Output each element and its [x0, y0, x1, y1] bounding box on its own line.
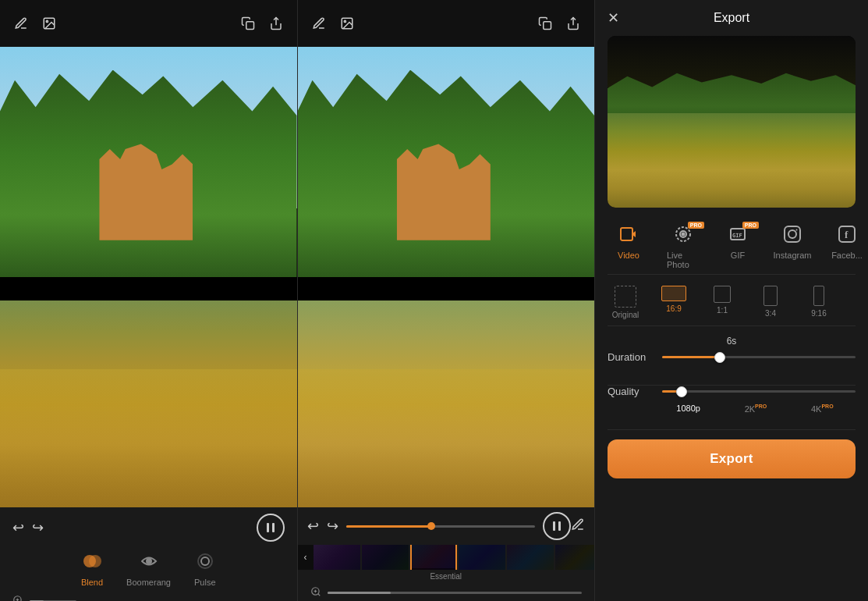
panel2-playback-controls: ↩ ↪ — [298, 507, 595, 545]
facebook-tab-icon: f — [838, 225, 856, 248]
close-button[interactable]: ✕ — [608, 9, 619, 27]
filmstrip-item-es10[interactable]: ES10 — [459, 545, 505, 570]
aspect-ratio-row: Original 16:9 1:1 3:4 9:16 — [595, 275, 868, 325]
sliders-section: 6s Duration — [595, 326, 868, 385]
svg-rect-20 — [558, 521, 561, 531]
pen-icon[interactable] — [12, 15, 30, 32]
panel1-image — [0, 47, 297, 507]
quality-slider-thumb[interactable] — [676, 386, 687, 397]
panel-2: ↩ ↪ ‹ ES07 ES0 — [298, 0, 596, 601]
svg-point-7 — [89, 555, 101, 567]
svg-point-34 — [796, 229, 798, 231]
blend-option-blend[interactable]: Blend — [81, 553, 103, 587]
panel2-pen-icon[interactable] — [310, 15, 328, 32]
quality-2k[interactable]: 2KPRO — [745, 404, 767, 414]
panel2-progress-bar[interactable] — [346, 525, 536, 528]
filmstrip-item-es07[interactable]: ES07 — [314, 545, 360, 570]
aspect-916[interactable]: 9:16 — [795, 283, 843, 322]
filmstrip-item-es08[interactable]: ES08 — [362, 545, 409, 570]
panel1-toolbar-left — [12, 15, 58, 32]
original-aspect-icon — [615, 286, 636, 308]
panel1-nav-icons: ↩ ↪ — [12, 519, 44, 536]
svg-point-33 — [788, 230, 796, 238]
panel2-image-icon[interactable] — [338, 15, 356, 32]
instagram-tab-icon — [783, 225, 802, 248]
panel2-edit-icon[interactable] — [571, 517, 585, 535]
panel2-bottom: ↩ ↪ ‹ ES07 ES0 — [298, 507, 595, 601]
format-tab-instagram[interactable]: Instagram — [765, 220, 820, 274]
image-icon[interactable] — [41, 15, 58, 32]
duration-value-display: 6s — [608, 336, 856, 347]
redo-icon[interactable]: ↪ — [32, 519, 44, 536]
svg-point-1 — [46, 20, 48, 22]
panel2-undo-icon[interactable]: ↩ — [307, 517, 319, 535]
filmstrip-prev-arrow[interactable]: ‹ — [298, 545, 314, 570]
quality-1080p[interactable]: 1080p — [676, 404, 700, 414]
svg-rect-19 — [553, 521, 555, 531]
export-button[interactable]: Export — [608, 439, 856, 478]
aspect-916-label: 9:16 — [811, 309, 826, 318]
zoom-icon[interactable] — [12, 595, 23, 601]
aspect-11[interactable]: 1:1 — [698, 283, 746, 322]
panel2-zoom-slider[interactable] — [328, 592, 583, 594]
blend-pulse-label: Pulse — [194, 578, 216, 587]
aspect-34-label: 3:4 — [765, 309, 776, 318]
filmstrip-item-es09[interactable]: ES09 — [410, 545, 457, 570]
filmstrip-item-es12[interactable]: ES1 — [555, 545, 595, 570]
panel2-copy-icon[interactable] — [537, 15, 554, 32]
duration-slider-row: Duration — [608, 351, 856, 363]
svg-rect-2 — [246, 22, 253, 30]
export-preview-thumbnail — [608, 36, 856, 208]
quality-slider-track[interactable] — [662, 390, 856, 393]
format-tab-livephoto[interactable]: PRO Live Photo — [656, 220, 710, 274]
panel2-zoom-bar — [298, 585, 595, 601]
duration-slider-thumb[interactable] — [714, 352, 725, 363]
panel2-share-icon[interactable] — [565, 15, 582, 32]
quality-4k[interactable]: 4KPRO — [811, 404, 834, 414]
panel2-redo-icon[interactable]: ↪ — [327, 517, 338, 535]
blend-boomerang-icon — [139, 553, 159, 574]
aspect-original[interactable]: Original — [601, 283, 650, 322]
livephoto-tab-label: Live Photo — [667, 251, 700, 269]
svg-rect-5 — [272, 523, 275, 532]
svg-text:GIF: GIF — [732, 233, 742, 239]
filmstrip-category-label: Essential — [298, 570, 595, 585]
original-aspect-label: Original — [612, 311, 639, 319]
panel2-toolbar-right — [537, 15, 582, 32]
format-tab-video[interactable]: Video — [601, 220, 656, 274]
panel2-toolbar — [298, 0, 595, 47]
aspect-34-icon — [763, 286, 778, 306]
format-tab-facebook[interactable]: f Faceb... — [820, 220, 868, 274]
filmstrip-label-es09: ES09 — [412, 568, 455, 570]
svg-rect-25 — [621, 228, 632, 240]
duration-slider-track[interactable] — [662, 356, 856, 358]
share-icon[interactable] — [267, 15, 285, 32]
undo-icon[interactable]: ↩ — [12, 519, 24, 536]
aspect-169-icon — [661, 286, 686, 301]
export-panel: ✕ Export Video PRO Live Photo PRO — [595, 0, 868, 601]
panel1-toolbar-right — [239, 15, 285, 32]
blend-option-pulse[interactable]: Pulse — [194, 553, 216, 587]
format-tab-gif[interactable]: PRO GIF GIF — [710, 220, 765, 274]
panel2-pause-button[interactable] — [543, 512, 571, 540]
panel1-zoom-bar — [0, 592, 297, 601]
filmstrip-item-es11[interactable]: ES11 — [507, 545, 554, 570]
quality-label: Quality — [608, 386, 654, 397]
aspect-34[interactable]: 3:4 — [746, 283, 795, 322]
copy-icon[interactable] — [239, 15, 257, 32]
svg-line-22 — [317, 594, 320, 596]
format-tabs-row: Video PRO Live Photo PRO GIF GIF Instagr… — [595, 220, 868, 274]
panel2-filmstrip: ‹ ES07 ES08 ES09 ES10 — [298, 545, 595, 570]
svg-point-10 — [198, 554, 212, 568]
blend-pulse-icon — [195, 553, 215, 574]
panel1-bottom: ↩ ↪ Blend — [0, 507, 297, 601]
aspect-169[interactable]: 16:9 — [650, 283, 698, 322]
duration-label: Duration — [608, 351, 654, 363]
aspect-11-icon — [714, 286, 731, 303]
blend-option-boomerang[interactable]: Boomerang — [126, 553, 171, 587]
panel1-pause-button[interactable] — [257, 514, 285, 542]
panel2-zoom-icon[interactable] — [310, 586, 321, 599]
blend-boomerang-label: Boomerang — [126, 578, 171, 587]
panel-1: ↩ ↪ Blend — [0, 0, 298, 601]
panel2-toolbar-left — [310, 15, 356, 32]
